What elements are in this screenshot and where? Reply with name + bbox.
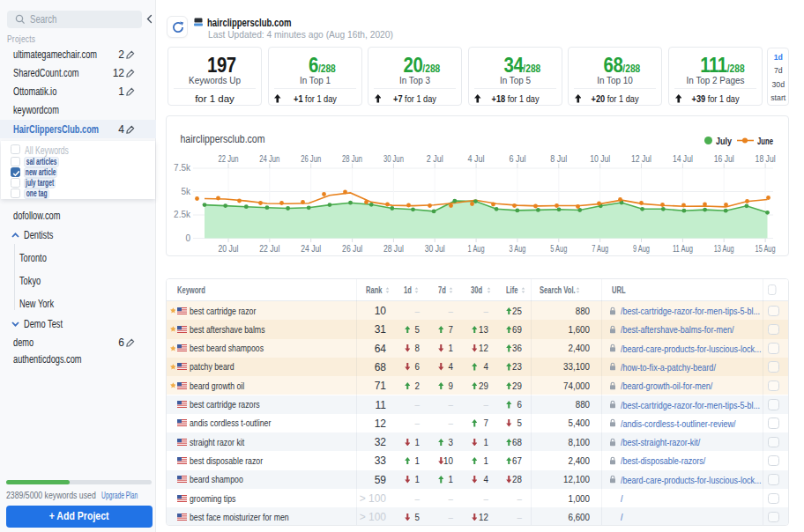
svg-text:13 Aug: 13 Aug — [713, 244, 733, 254]
svg-text:June: June — [757, 136, 773, 146]
svg-text:hairclippersclub.com: hairclippersclub.com — [180, 133, 264, 145]
svg-text:26 Jun: 26 Jun — [301, 154, 321, 164]
svg-text:4 Jul: 4 Jul — [467, 154, 484, 164]
svg-text:26 Jul: 26 Jul — [342, 244, 362, 254]
svg-text:14 Jul: 14 Jul — [672, 154, 692, 164]
svg-text:30 Jul: 30 Jul — [424, 244, 444, 254]
svg-text:0: 0 — [185, 233, 190, 243]
svg-text:7 Aug: 7 Aug — [592, 244, 608, 254]
svg-text:16 Jul: 16 Jul — [713, 154, 733, 164]
svg-text:3 Aug: 3 Aug — [509, 244, 525, 254]
svg-text:8 Jul: 8 Jul — [550, 154, 567, 164]
svg-text:15 Aug: 15 Aug — [755, 244, 775, 254]
svg-text:5 Aug: 5 Aug — [550, 244, 567, 254]
svg-text:July: July — [716, 136, 733, 146]
svg-text:9 Aug: 9 Aug — [633, 244, 650, 254]
svg-text:2.5k: 2.5k — [174, 210, 191, 219]
svg-text:18 Jul: 18 Jul — [755, 154, 775, 164]
svg-text:28 Jun: 28 Jun — [342, 154, 362, 164]
svg-text:22 Jun: 22 Jun — [218, 154, 238, 164]
svg-text:24 Jun: 24 Jun — [259, 154, 279, 164]
svg-text:11 Aug: 11 Aug — [672, 244, 692, 254]
svg-text:10 Jul: 10 Jul — [590, 154, 610, 164]
svg-text:6 Jul: 6 Jul — [509, 154, 525, 164]
svg-text:24 Jul: 24 Jul — [301, 244, 321, 254]
svg-text:28 Jul: 28 Jul — [383, 244, 403, 254]
svg-text:1 Aug: 1 Aug — [467, 244, 484, 254]
svg-text:20 Jul: 20 Jul — [218, 244, 238, 254]
svg-text:7.5k: 7.5k — [174, 163, 191, 173]
svg-text:12 Jul: 12 Jul — [631, 154, 651, 164]
svg-text:30 Jun: 30 Jun — [383, 154, 403, 164]
svg-text:2 Jul: 2 Jul — [426, 154, 443, 164]
svg-text:22 Jul: 22 Jul — [259, 244, 279, 254]
svg-text:5k: 5k — [181, 187, 191, 196]
